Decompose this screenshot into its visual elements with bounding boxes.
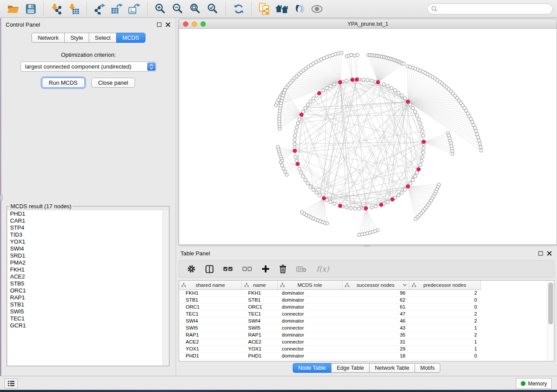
table-scrollbar-thumb[interactable] <box>548 282 553 324</box>
vertical-splitter-grip[interactable] <box>0 195 3 201</box>
table-row[interactable]: RAP1RAP1dominator352 <box>179 331 481 338</box>
mcds-result-item[interactable]: GCR1 <box>7 322 169 329</box>
table-row[interactable]: FKH1FKH1dominator962 <box>179 289 481 296</box>
table-scrollbar[interactable] <box>547 281 554 361</box>
column-header-successor-nodes[interactable]: successor nodes <box>342 281 409 289</box>
column-header-shared-name[interactable]: shared name <box>179 281 242 289</box>
import-network-button[interactable] <box>49 2 64 16</box>
table-cell[interactable]: YOX1 <box>179 345 242 352</box>
table-cell[interactable]: connector <box>277 324 342 331</box>
search-input[interactable] <box>439 5 549 12</box>
table-cell[interactable]: dominator <box>277 289 342 296</box>
run-mcds-button[interactable]: Run MCDS <box>42 78 85 88</box>
float-panel-icon[interactable] <box>157 22 162 27</box>
column-chooser-button[interactable] <box>205 265 214 273</box>
table-cell[interactable]: SWI5 <box>242 324 277 331</box>
mcds-result-item[interactable]: RAP1 <box>7 294 169 301</box>
table-cell[interactable]: 2 <box>409 289 481 296</box>
zoom-out-button[interactable] <box>170 2 185 16</box>
column-header-name[interactable]: name <box>242 281 277 289</box>
table-cell[interactable]: 46 <box>342 317 409 324</box>
table-cell[interactable]: ORC1 <box>179 303 242 310</box>
mcds-result-item[interactable]: TEC1 <box>7 315 169 322</box>
mcds-result-item[interactable]: ACE2 <box>7 273 169 280</box>
table-cell[interactable]: SWI4 <box>179 317 242 324</box>
tab-network[interactable]: Network <box>31 33 64 43</box>
table-cell[interactable]: 1 <box>409 324 481 331</box>
table-cell[interactable]: TEC1 <box>242 310 277 317</box>
table-cell[interactable]: SWI5 <box>179 324 242 331</box>
table-row[interactable]: YOX1YOX1connector291 <box>179 345 481 352</box>
mcds-result-item[interactable]: PHD1 <box>7 210 169 217</box>
table-cell[interactable]: 2 <box>409 310 481 317</box>
zoom-window-icon[interactable] <box>201 21 206 27</box>
import-table-button[interactable] <box>66 2 81 16</box>
mcds-result-item[interactable]: FKH1 <box>7 266 169 273</box>
mcds-result-item[interactable]: SWI4 <box>7 245 169 252</box>
table-cell[interactable]: STB1 <box>242 296 277 303</box>
tab-edge-table[interactable]: Edge Table <box>331 363 369 373</box>
tab-node-table[interactable]: Node Table <box>293 363 331 373</box>
table-cell[interactable]: 96 <box>342 289 409 296</box>
zoom-in-button[interactable] <box>153 2 168 16</box>
table-cell[interactable]: 0 <box>409 296 481 303</box>
deselect-all-rows-button[interactable] <box>242 266 252 272</box>
table-cell[interactable]: 2 <box>409 331 481 338</box>
table-cell[interactable]: STB1 <box>179 296 242 303</box>
close-window-icon[interactable] <box>183 21 188 27</box>
mcds-result-list[interactable]: PHD1CAR1STP4TID3YOX1SWI4SRD1PMA2FKH1ACE2… <box>7 210 169 365</box>
table-cell[interactable]: YOX1 <box>242 345 277 352</box>
memory-button[interactable]: Memory <box>516 378 552 389</box>
table-row[interactable]: ACE2ACE2connector311 <box>179 338 481 345</box>
delete-table-button[interactable] <box>296 266 307 272</box>
table-cell[interactable]: SWI4 <box>242 317 277 324</box>
table-cell[interactable]: ACE2 <box>242 338 277 345</box>
table-cell[interactable]: 31 <box>342 338 409 345</box>
table-cell[interactable]: 62 <box>342 296 409 303</box>
mcds-result-item[interactable]: STB1 <box>7 301 169 308</box>
table-cell[interactable]: PHD1 <box>242 352 277 359</box>
mcds-result-item[interactable]: ORC1 <box>7 287 169 294</box>
table-cell[interactable]: connector <box>277 310 342 317</box>
refresh-button[interactable] <box>231 2 246 16</box>
table-cell[interactable]: 43 <box>342 324 409 331</box>
export-table-button[interactable] <box>110 2 125 16</box>
mcds-result-item[interactable]: PMA2 <box>7 259 169 266</box>
table-cell[interactable]: 0 <box>409 303 481 310</box>
table-cell[interactable]: 0 <box>409 352 481 359</box>
column-header-MCDS-role[interactable]: MCDS role <box>277 281 342 289</box>
table-cell[interactable]: dominator <box>277 296 342 303</box>
table-cell[interactable]: 2 <box>409 317 481 324</box>
network-graph[interactable] <box>179 29 557 245</box>
table-cell[interactable]: RAP1 <box>242 331 277 338</box>
tab-motifs[interactable]: Motifs <box>415 363 440 373</box>
search-field[interactable] <box>427 3 553 14</box>
new-network-from-selection-button[interactable] <box>257 2 272 16</box>
mcds-result-item[interactable]: SWI5 <box>7 308 169 315</box>
mcds-result-item[interactable]: CAR1 <box>7 217 169 224</box>
table-cell[interactable]: 1 <box>409 338 481 345</box>
delete-column-button[interactable] <box>279 265 287 273</box>
zoom-fit-button[interactable] <box>188 2 203 16</box>
table-cell[interactable]: 1 <box>409 345 481 352</box>
table-cell[interactable]: ORC1 <box>242 303 277 310</box>
mcds-result-item[interactable]: YOX1 <box>7 238 169 245</box>
table-cell[interactable]: dominator <box>277 303 342 310</box>
table-cell[interactable]: dominator <box>277 317 342 324</box>
optimization-criterion-select[interactable]: largest connected component (undirected) <box>21 62 156 72</box>
task-history-button[interactable] <box>4 378 18 389</box>
tab-select[interactable]: Select <box>89 33 116 43</box>
export-network-button[interactable] <box>92 2 107 16</box>
table-cell[interactable]: ACE2 <box>179 338 242 345</box>
table-cell[interactable]: dominator <box>277 352 342 359</box>
table-settings-button[interactable] <box>187 265 196 273</box>
table-cell[interactable]: connector <box>277 338 342 345</box>
mcds-result-item[interactable]: TID3 <box>7 231 169 238</box>
table-row[interactable]: ORC1ORC1dominator610 <box>179 303 481 310</box>
table-cell[interactable]: connector <box>277 345 342 352</box>
mcds-result-item[interactable]: STB5 <box>7 280 169 287</box>
table-cell[interactable]: 18 <box>342 352 409 359</box>
table-cell[interactable]: RAP1 <box>179 331 242 338</box>
table-cell[interactable]: 35 <box>342 331 409 338</box>
column-header-predecessor-nodes[interactable]: predecessor nodes <box>409 281 481 289</box>
